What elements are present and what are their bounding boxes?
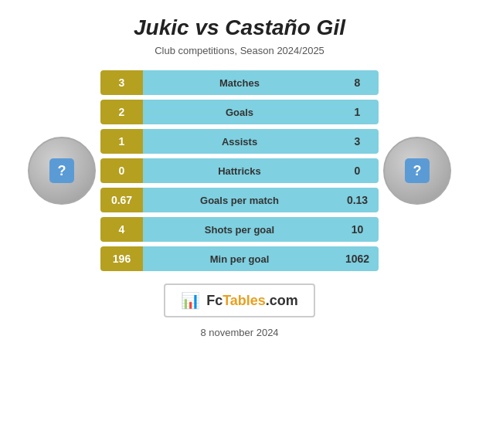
stat-label: Assists (143, 129, 336, 154)
stat-row: 2Goals1 (100, 100, 379, 124)
stat-right-value: 10 (336, 217, 379, 242)
stat-right-value: 8 (336, 70, 379, 95)
left-player-avatar: ? (23, 109, 100, 232)
logo-section: 📊 FcTables.com (164, 283, 315, 317)
stat-label: Shots per goal (143, 217, 336, 242)
main-container: Jukic vs Castaño Gil Club competitions, … (0, 0, 479, 448)
stat-label: Goals (143, 100, 336, 124)
right-avatar-circle: ? (383, 137, 451, 205)
stat-right-value: 1062 (336, 246, 379, 271)
stat-left-value: 2 (100, 100, 143, 124)
stat-left-value: 0 (100, 158, 143, 183)
stat-right-value: 0 (336, 158, 379, 183)
stat-left-value: 4 (100, 217, 143, 242)
stats-rows: 3Matches82Goals11Assists30Hattricks00.67… (100, 70, 379, 271)
stat-label: Min per goal (143, 246, 336, 271)
stat-label: Matches (143, 70, 336, 95)
stat-left-value: 196 (100, 246, 143, 271)
stats-section: ? 3Matches82Goals11Assists30Hattricks00.… (8, 70, 471, 271)
logo-box: 📊 FcTables.com (164, 283, 315, 317)
right-player-avatar: ? (379, 109, 456, 232)
match-subtitle: Club competitions, Season 2024/2025 (155, 45, 324, 56)
stat-left-value: 1 (100, 129, 143, 154)
right-question-icon: ? (405, 158, 430, 183)
stat-row: 196Min per goal1062 (100, 246, 379, 271)
stat-row: 1Assists3 (100, 129, 379, 154)
footer-date: 8 november 2024 (200, 327, 278, 338)
logo-chart-icon: 📊 (181, 291, 200, 310)
logo-text: FcTables.com (206, 293, 298, 309)
left-question-icon: ? (49, 158, 74, 183)
stat-right-value: 3 (336, 129, 379, 154)
stat-right-value: 1 (336, 100, 379, 124)
stat-row: 4Shots per goal10 (100, 217, 379, 242)
left-avatar-circle: ? (28, 137, 96, 205)
stat-label: Hattricks (143, 158, 336, 183)
stat-label: Goals per match (143, 188, 336, 212)
stat-left-value: 0.67 (100, 188, 143, 212)
stat-row: 3Matches8 (100, 70, 379, 95)
stat-row: 0Hattricks0 (100, 158, 379, 183)
stat-right-value: 0.13 (336, 188, 379, 212)
match-title: Jukic vs Castaño Gil (134, 15, 345, 40)
stat-left-value: 3 (100, 70, 143, 95)
stat-row: 0.67Goals per match0.13 (100, 188, 379, 212)
